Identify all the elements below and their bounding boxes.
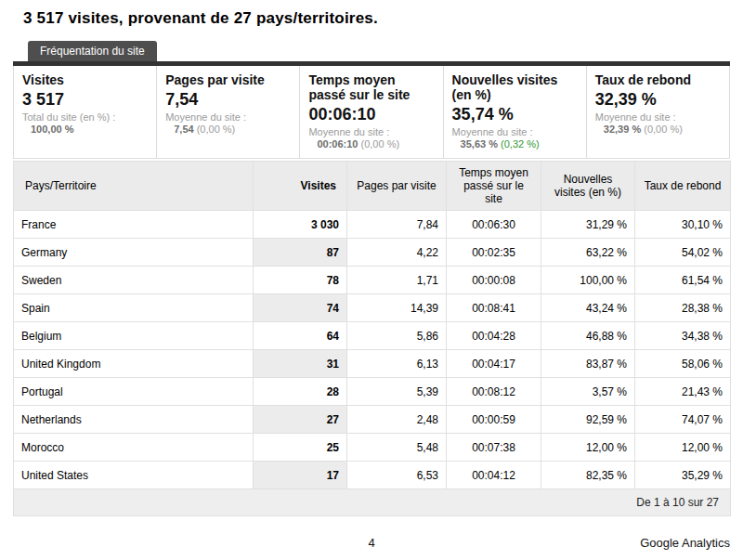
temps-cell: 00:08:41 (447, 294, 541, 322)
column-header-temps-moyen: Temps moyen passé sur le site (447, 162, 541, 211)
nouvelles-cell: 63,22 % (541, 239, 635, 267)
pages-cell: 5,39 (347, 378, 447, 406)
pages-cell: 6,13 (347, 350, 447, 378)
metric-sub-label: Moyenne du site : (165, 111, 291, 124)
nouvelles-cell: 43,24 % (541, 294, 635, 322)
pages-cell: 5,86 (347, 322, 447, 350)
visites-cell: 78 (254, 267, 347, 294)
google-analytics-brand: Google Analytics (640, 536, 730, 550)
country-cell: United Kingdom (14, 350, 254, 378)
metric-pages-par-visite: Pages par visite 7,54 Moyenne du site : … (157, 66, 300, 158)
table-row: Morocco 25 5,48 00:07:38 12,00 % 12,00 % (14, 434, 731, 462)
metric-sub-label: Moyenne du site : (595, 111, 721, 124)
table-row: Belgium 64 5,86 00:04:28 46,88 % 34,38 % (14, 322, 731, 350)
table-row: United Kingdom 31 6,13 00:04:17 83,87 % … (14, 350, 731, 378)
table-row: Portugal 28 5,39 00:08:12 3,57 % 21,43 % (14, 378, 731, 406)
country-cell: France (14, 211, 254, 239)
nouvelles-cell: 100,00 % (541, 267, 635, 294)
country-cell: Spain (14, 294, 254, 322)
page-title: 3 517 visites, provenant de 27 pays/terr… (23, 9, 743, 28)
pages-cell: 1,71 (347, 267, 447, 294)
country-cell: Belgium (14, 322, 254, 350)
nouvelles-cell: 12,00 % (541, 434, 635, 462)
temps-cell: 00:04:17 (447, 350, 541, 378)
table-row: United States 17 6,53 00:04:12 82,35 % 3… (14, 462, 731, 489)
table-row: Netherlands 27 2,48 00:00:59 92,59 % 74,… (14, 406, 731, 434)
metric-nouvelles-visites: Nouvelles visites (en %) 35,74 % Moyenne… (444, 66, 587, 158)
metric-visites: Visites 3 517 Total du site (en %) : 100… (14, 66, 157, 158)
country-cell: Germany (14, 239, 254, 267)
tab-strip: Fréquentation du site (13, 41, 730, 66)
metric-taux-de-rebond: Taux de rebond 32,39 % Moyenne du site :… (587, 66, 729, 158)
metric-name: Pages par visite (165, 72, 291, 87)
rebond-cell: 74,07 % (635, 406, 731, 434)
rebond-cell: 21,43 % (635, 378, 731, 406)
visites-cell: 17 (254, 462, 347, 489)
table-header-row: Pays/Territoire Visites Pages par visite… (14, 162, 731, 211)
temps-cell: 00:04:12 (447, 462, 541, 489)
metric-sub-label: Moyenne du site : (452, 126, 578, 138)
metric-temps-moyen: Temps moyen passé sur le site 00:06:10 M… (300, 66, 443, 158)
temps-cell: 00:06:30 (447, 211, 541, 239)
pagination-row: De 1 à 10 sur 27 (14, 489, 731, 516)
report-page: 3 517 visites, provenant de 27 pays/terr… (0, 0, 743, 560)
table-row: France 3 030 7,84 00:06:30 31,29 % 30,10… (14, 211, 731, 239)
metric-name: Taux de rebond (595, 72, 721, 87)
temps-cell: 00:08:12 (447, 378, 541, 406)
visites-cell: 74 (254, 294, 347, 322)
country-cell: United States (14, 462, 254, 489)
table-row: Germany 87 4,22 00:02:35 63,22 % 54,02 % (14, 239, 731, 267)
page-footer: 4 Google Analytics (13, 536, 730, 551)
pages-cell: 4,22 (347, 239, 447, 267)
pages-cell: 7,84 (347, 211, 447, 239)
positive-delta: (0,32 %) (501, 138, 540, 150)
countries-table: Pays/Territoire Visites Pages par visite… (13, 161, 731, 516)
metric-value: 32,39 % (595, 90, 721, 110)
rebond-cell: 54,02 % (635, 239, 731, 267)
rebond-cell: 28,38 % (635, 294, 731, 322)
metric-sub-value: 00:06:10 (0,00 %) (308, 138, 434, 150)
metric-value: 7,54 (165, 90, 291, 110)
nouvelles-cell: 83,87 % (541, 350, 635, 378)
country-cell: Sweden (14, 267, 254, 294)
temps-cell: 00:04:28 (447, 322, 541, 350)
nouvelles-cell: 92,59 % (541, 406, 635, 434)
metric-value: 00:06:10 (308, 105, 434, 124)
metric-name: Nouvelles visites (en %) (452, 72, 578, 102)
country-cell: Morocco (14, 434, 254, 462)
pages-cell: 6,53 (347, 462, 447, 489)
column-header-visites: Visites (254, 162, 347, 211)
temps-cell: 00:00:08 (447, 267, 541, 294)
metric-sub-value: 7,54 (0,00 %) (165, 124, 291, 136)
visites-cell: 31 (254, 350, 347, 378)
country-cell: Netherlands (14, 406, 254, 434)
metric-sub-value: 35,63 % (0,32 %) (452, 138, 578, 150)
rebond-cell: 61,54 % (635, 267, 731, 294)
rebond-cell: 58,06 % (635, 350, 731, 378)
pagination-label: De 1 à 10 sur 27 (14, 489, 731, 516)
tab-underline-bar (13, 61, 730, 66)
column-header-pages-par-visite: Pages par visite (347, 162, 447, 211)
visites-cell: 87 (254, 239, 347, 267)
pages-cell: 2,48 (347, 406, 447, 434)
country-cell: Portugal (14, 378, 254, 406)
rebond-cell: 30,10 % (635, 211, 731, 239)
metric-sub-label: Total du site (en %) : (22, 111, 148, 124)
metric-sub-value: 32,39 % (0,00 %) (595, 124, 721, 136)
visites-cell: 3 030 (254, 211, 347, 239)
column-header-nouvelles-visites: Nouvelles visites (en %) (541, 162, 635, 211)
tab-frequentation-du-site: Fréquentation du site (28, 41, 157, 61)
rebond-cell: 34,38 % (635, 322, 731, 350)
temps-cell: 00:07:38 (447, 434, 541, 462)
pages-cell: 5,48 (347, 434, 447, 462)
table-row: Sweden 78 1,71 00:00:08 100,00 % 61,54 % (14, 267, 731, 294)
scorecard-metrics: Visites 3 517 Total du site (en %) : 100… (13, 66, 730, 159)
page-number: 4 (13, 536, 730, 550)
visites-cell: 64 (254, 322, 347, 350)
metric-sub-value: 100,00 % (22, 124, 148, 136)
metric-value: 35,74 % (452, 105, 578, 124)
visites-cell: 27 (254, 406, 347, 434)
pages-cell: 14,39 (347, 294, 447, 322)
temps-cell: 00:02:35 (447, 239, 541, 267)
nouvelles-cell: 3,57 % (541, 378, 635, 406)
